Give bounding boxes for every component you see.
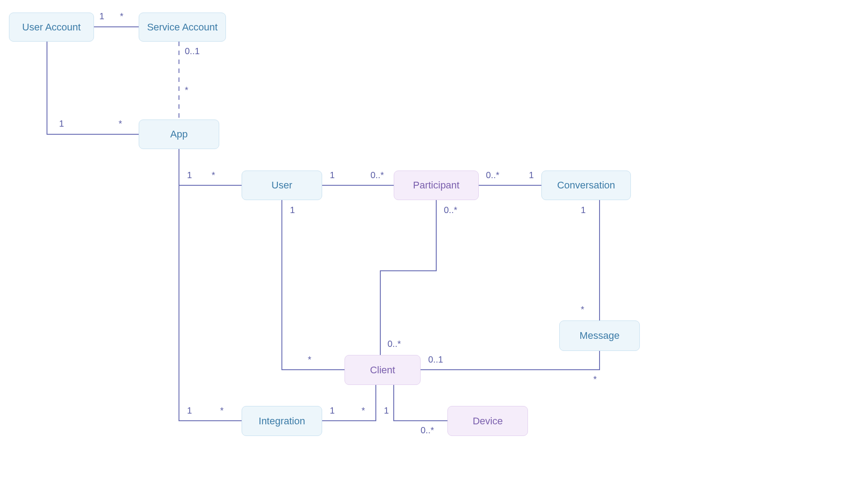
card-app-user-r: *	[212, 170, 215, 180]
card-app-int-l: 1	[187, 406, 192, 416]
card-sa-app-top: 0..1	[185, 46, 200, 56]
card-ua-app-left: 1	[59, 119, 64, 129]
entity-label: User	[272, 179, 292, 191]
card-conv-msg-t: 1	[581, 205, 586, 215]
card-client-dev-l: 1	[384, 406, 389, 416]
entity-label: Message	[579, 330, 619, 342]
card-int-client-r: *	[362, 406, 365, 416]
entity-integration: Integration	[242, 406, 322, 436]
card-ua-app-right: *	[119, 119, 122, 129]
entity-label: User Account	[22, 21, 81, 33]
entity-service-account: Service Account	[139, 13, 226, 42]
entity-label: App	[170, 128, 187, 140]
card-ua-sa-left: 1	[99, 11, 104, 21]
card-part-conv-l: 0..*	[486, 170, 499, 180]
card-part-client-b: 0..*	[387, 339, 401, 349]
card-app-int-r: *	[220, 406, 224, 416]
card-ua-sa-right: *	[120, 11, 123, 21]
card-user-part-l: 1	[330, 170, 335, 180]
card-part-client-t: 0..*	[444, 205, 457, 215]
entity-client: Client	[345, 355, 421, 385]
entity-participant: Participant	[394, 171, 479, 200]
card-sa-app-bot: *	[185, 85, 188, 95]
entity-label: Integration	[259, 415, 305, 427]
card-client-msg-l: 0..1	[428, 355, 443, 365]
entity-label: Service Account	[147, 21, 218, 33]
card-user-part-r: 0..*	[370, 170, 384, 180]
card-part-conv-r: 1	[529, 170, 534, 180]
card-client-msg-r: *	[593, 374, 597, 384]
entity-label: Device	[472, 415, 502, 427]
card-client-dev-r: 0..*	[421, 425, 434, 436]
entity-conversation: Conversation	[541, 171, 631, 200]
entity-user: User	[242, 171, 322, 200]
entity-message: Message	[559, 320, 640, 351]
entity-user-account: User Account	[9, 13, 94, 42]
card-app-user-l: 1	[187, 170, 192, 180]
card-int-client-l: 1	[330, 406, 335, 416]
entity-app: App	[139, 120, 219, 149]
entity-label: Client	[370, 364, 395, 376]
card-user-client-b: *	[308, 355, 311, 365]
card-conv-msg-b: *	[581, 304, 584, 315]
entity-device: Device	[447, 406, 528, 436]
card-user-client-t: 1	[290, 205, 295, 215]
entity-label: Participant	[413, 179, 460, 191]
entity-label: Conversation	[557, 179, 615, 191]
